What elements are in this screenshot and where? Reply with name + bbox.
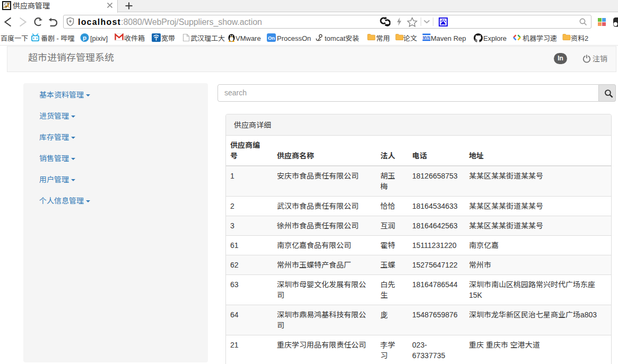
svg-text:On: On bbox=[268, 35, 275, 41]
svg-text:p: p bbox=[83, 34, 86, 41]
svg-text:MVN: MVN bbox=[423, 35, 430, 40]
